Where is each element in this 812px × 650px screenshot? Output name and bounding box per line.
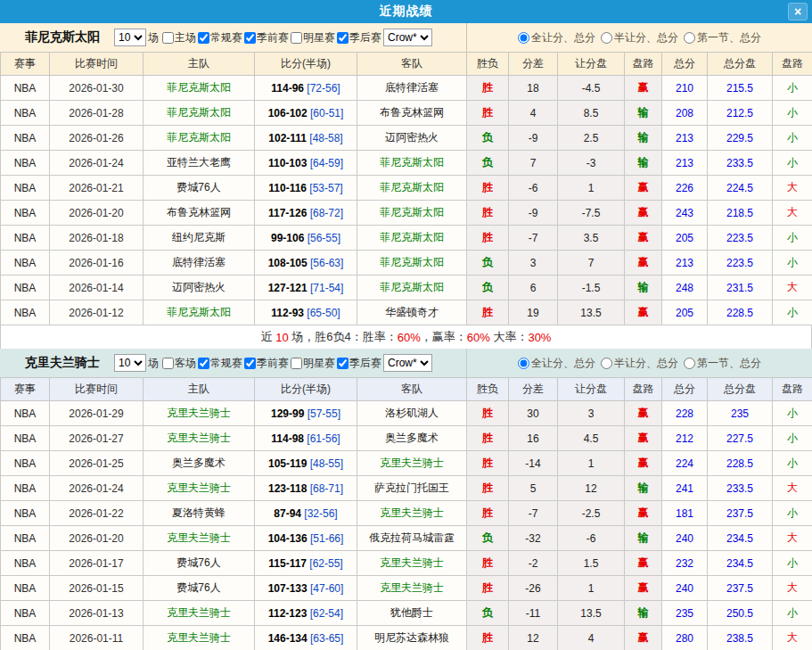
total-points-cell: 213 xyxy=(662,126,708,151)
league-cell: NBA xyxy=(1,76,50,101)
summary-text: 近 xyxy=(261,329,276,345)
result-cell: 胜 xyxy=(467,426,509,451)
bet-type-radio[interactable]: 半让分、总分 xyxy=(601,30,678,45)
radio-input[interactable] xyxy=(518,32,529,44)
record-summary: 近 10 场，胜6负4：胜率：60%，赢率：60% 大率：30% xyxy=(0,325,812,349)
radio-input[interactable] xyxy=(601,358,612,369)
checkbox-input[interactable] xyxy=(198,32,209,44)
handicap-result-cell: 输 xyxy=(625,126,662,151)
filter-checkbox[interactable]: 明星赛 xyxy=(289,356,335,371)
home-team-cell: 菲尼克斯太阳 xyxy=(144,101,255,126)
game-row: NBA2026-01-28菲尼克斯太阳106-102 [60-51]布鲁克林篮网… xyxy=(1,101,812,126)
checkbox-input[interactable] xyxy=(291,358,302,369)
games-count-select[interactable]: 10 xyxy=(114,354,146,372)
final-score: 106-102 xyxy=(268,107,308,119)
date-cell: 2026-01-15 xyxy=(50,576,144,601)
filter-checkbox[interactable]: 季前赛 xyxy=(242,30,289,45)
league-cell: NBA xyxy=(1,300,50,325)
type-select[interactable]: Crow* xyxy=(383,29,432,46)
checkbox-input[interactable] xyxy=(198,358,209,369)
half-score: [68-71] xyxy=(307,482,343,495)
bet-type-radio[interactable]: 全让分、总分 xyxy=(518,356,595,371)
total-line-cell: 237.5 xyxy=(708,576,773,601)
radio-input[interactable] xyxy=(601,32,612,44)
checkbox-input[interactable] xyxy=(244,32,256,44)
final-score: 110-116 xyxy=(268,182,307,194)
home-team-cell: 底特律活塞 xyxy=(144,251,255,276)
game-row: NBA2026-01-20布鲁克林篮网117-126 [68-72]菲尼克斯太阳… xyxy=(1,201,812,226)
total-line-cell: 233.5 xyxy=(708,476,773,501)
radio-input[interactable] xyxy=(518,358,529,369)
filter-checkbox[interactable]: 季后赛 xyxy=(335,356,381,371)
checkbox-input[interactable] xyxy=(291,32,302,44)
over-under-cell: 小 xyxy=(773,101,812,126)
team-section-suns: 菲尼克斯太阳 10 场 主场常规赛季前赛明星赛季后赛 Crow* 全让分、总分半… xyxy=(0,23,812,349)
column-header: 盘路 xyxy=(773,53,812,76)
filter-checkbox[interactable]: 常规赛 xyxy=(196,356,242,371)
filter-checkbox[interactable]: 明星赛 xyxy=(289,30,335,45)
game-row: NBA2026-01-30菲尼克斯太阳114-96 [72-56]底特律活塞胜1… xyxy=(1,76,812,101)
column-header: 客队 xyxy=(357,53,467,76)
away-team-cell: 克里夫兰骑士 xyxy=(357,576,467,601)
result-cell: 负 xyxy=(467,251,509,276)
home-team-cell: 纽约尼克斯 xyxy=(144,226,255,251)
date-cell: 2026-01-20 xyxy=(50,201,144,226)
checkbox-input[interactable] xyxy=(337,358,349,369)
away-team-cell: 克里夫兰骑士 xyxy=(357,551,467,576)
checkbox-input[interactable] xyxy=(162,32,174,44)
home-team-cell: 夏洛特黄蜂 xyxy=(144,501,255,526)
total-line-cell: 234.5 xyxy=(708,551,773,576)
radio-input[interactable] xyxy=(684,358,695,369)
game-row: NBA2026-01-16底特律活塞108-105 [56-63]菲尼克斯太阳负… xyxy=(1,251,812,276)
column-header: 分差 xyxy=(509,53,558,76)
score-cell: 106-102 [60-51] xyxy=(255,101,357,126)
over-under-cell: 小 xyxy=(773,426,812,451)
column-header: 客队 xyxy=(357,378,467,401)
filter-checkbox[interactable]: 客场 xyxy=(160,356,196,371)
total-line-cell: 218.5 xyxy=(708,201,773,226)
handicap-result-cell: 赢 xyxy=(625,176,662,201)
half-score: [65-50] xyxy=(304,307,340,319)
total-points-cell: 235 xyxy=(662,601,708,626)
final-score: 146-134 xyxy=(268,632,308,645)
score-cell: 115-117 [62-55] xyxy=(255,551,357,576)
bet-type-radios: 全让分、总分半让分、总分第一节、总分 xyxy=(466,349,812,377)
bet-type-radio[interactable]: 全让分、总分 xyxy=(518,30,595,45)
final-score: 112-123 xyxy=(268,607,307,620)
total-line-cell: 223.5 xyxy=(708,226,773,251)
filter-checkbox[interactable]: 季前赛 xyxy=(242,356,289,371)
filter-checkbox[interactable]: 常规赛 xyxy=(196,30,242,45)
team-section-cavaliers: 克里夫兰骑士 10 场 客场常规赛季前赛明星赛季后赛 Crow* 全让分、总分半… xyxy=(0,349,812,650)
checkbox-input[interactable] xyxy=(244,358,256,369)
type-select[interactable]: Crow* xyxy=(383,354,432,372)
radio-input[interactable] xyxy=(684,32,695,44)
date-cell: 2026-01-28 xyxy=(50,101,144,126)
home-team-cell: 菲尼克斯太阳 xyxy=(144,300,255,325)
away-team-cell: 克里夫兰骑士 xyxy=(357,501,467,526)
games-count-select[interactable]: 10 xyxy=(114,29,146,46)
bet-type-radio[interactable]: 半让分、总分 xyxy=(601,356,678,371)
summary-text: 大率： xyxy=(490,329,529,345)
diff-cell: -26 xyxy=(509,576,558,601)
half-score: [62-55] xyxy=(307,557,343,570)
column-header: 胜负 xyxy=(467,378,509,401)
close-button[interactable]: × xyxy=(788,3,808,21)
over-under-cell: 大 xyxy=(773,476,812,501)
column-header: 总分 xyxy=(662,53,708,76)
final-score: 105-119 xyxy=(268,457,307,470)
filter-checkbox[interactable]: 季后赛 xyxy=(335,30,381,45)
column-header: 让分盘 xyxy=(558,53,625,76)
summary-text: 60% xyxy=(398,331,421,344)
half-score: [48-58] xyxy=(307,132,343,144)
filter-checkbox[interactable]: 主场 xyxy=(160,30,196,45)
home-team-cell: 亚特兰大老鹰 xyxy=(144,151,255,176)
handicap-result-cell: 输 xyxy=(625,101,662,126)
bet-type-radio[interactable]: 第一节、总分 xyxy=(684,356,761,371)
bet-type-radio[interactable]: 第一节、总分 xyxy=(684,30,761,45)
checkbox-input[interactable] xyxy=(337,32,349,44)
table-header-row: 赛事比赛时间主队比分(半场)客队胜负分差让分盘盘路总分总分盘盘路 xyxy=(1,378,812,401)
checkbox-input[interactable] xyxy=(162,358,174,369)
column-header: 让分盘 xyxy=(558,378,625,401)
game-row: NBA2026-01-27克里夫兰骑士114-98 [61-56]奥兰多魔术胜1… xyxy=(1,426,812,451)
score-cell: 112-93 [65-50] xyxy=(255,300,357,325)
